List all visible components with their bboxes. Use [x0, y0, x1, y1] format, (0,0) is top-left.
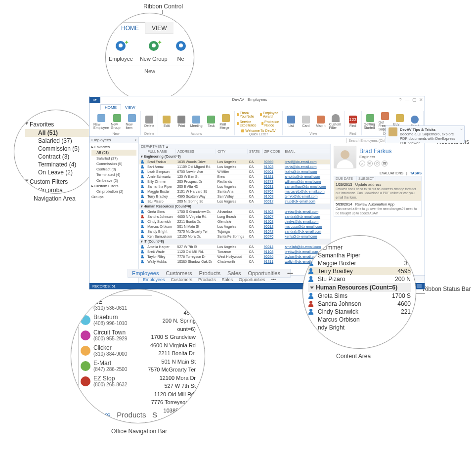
toast-notification[interactable]: DevAV Tips & Tricks Become a UI Superher…	[386, 125, 465, 143]
content-group-row[interactable]: Human Resources (Count=6)	[308, 283, 411, 292]
grid-row[interactable]: Brad Farkus1635 Woods DriveLos AngelesCA…	[139, 160, 330, 165]
content-row[interactable]: Samantha Piper	[308, 251, 411, 259]
customer-item[interactable]: ME(310) 536-0611	[81, 297, 150, 312]
onav-employees[interactable]: Employees	[132, 270, 159, 276]
tab-home[interactable]: HOME	[100, 104, 121, 110]
btn-meeting[interactable]: Meeting	[190, 116, 203, 127]
grid-group-row[interactable]: ▾ Engineering (Count=9)	[139, 154, 330, 160]
nav-favorites[interactable]: Favorites	[25, 121, 97, 128]
grid-row[interactable]: Samantha Piper200 E Alta 43Los AngelesCA…	[139, 184, 330, 189]
btn-print[interactable]: Print	[175, 116, 188, 127]
mobile-icon[interactable]: ☎	[382, 161, 388, 166]
nav-onleave[interactable]: On Leave (2)	[25, 168, 97, 176]
tab-view[interactable]: VIEW	[145, 22, 173, 34]
nav-more[interactable]: •••	[271, 277, 276, 282]
grid-row[interactable]: Arnie Schwartz125 W Elm StBreaCA91821arn…	[139, 174, 330, 179]
nav-all[interactable]: All (51)	[25, 129, 97, 137]
phone-icon[interactable]: ✆	[374, 161, 380, 166]
grid-row[interactable]: Sandy Bright7570 McGroarty TerTujungaCA9…	[139, 229, 330, 234]
content-row[interactable]: Sandra Johnson4600	[308, 300, 411, 308]
mail-icon[interactable]: ✉	[367, 161, 373, 166]
grid-row[interactable]: Terry Bradley4595 Scotten WaySan ValleyC…	[139, 194, 330, 199]
btn-delete[interactable]: Delete	[143, 116, 156, 127]
content-row[interactable]: Stu Pizaro200 N	[308, 275, 411, 283]
quick-letter[interactable]: Thank You Note Employee Award Service Ex…	[237, 111, 280, 132]
customer-item[interactable]: Circuit Town(800) 955-2929	[81, 328, 150, 343]
btn-new-group[interactable]: New Group	[111, 114, 124, 129]
customer-item[interactable]: E-Mart(847) 286-2500	[81, 358, 150, 373]
nav-custom-filters[interactable]: Custom Filters	[25, 178, 97, 185]
btn-find[interactable]: 123Find	[346, 116, 359, 127]
sb-groups[interactable]: Groups	[91, 194, 136, 200]
onz-customers[interactable]: ustomers	[80, 411, 111, 419]
help-button[interactable]: ?	[397, 97, 404, 102]
nav-sales[interactable]: Sales	[222, 277, 233, 282]
btn-edit[interactable]: Edit	[160, 116, 173, 127]
grid-row[interactable]: Stu Pizaro200 N. Spring StLos AngelesCA9…	[139, 199, 330, 204]
grid-row[interactable]: Wally Hobbs10385 Shadow Oak DrChatsworth…	[139, 259, 330, 264]
grid-row[interactable]: Brett Wade1120 Old Mill Rd.TorranceCA911…	[139, 249, 330, 254]
tab-evaluations[interactable]: EVALUATIONS	[380, 171, 403, 175]
grid-row[interactable]: Amelia Harper527 W 7th StLos AngelesCA90…	[139, 245, 330, 249]
task-item[interactable]: 5/28/2014 Review Automation AppCan we se…	[334, 201, 421, 216]
nav-terminated[interactable]: Terminated (4)	[25, 161, 97, 168]
sb-onprobation[interactable]: On probation (2)	[91, 189, 136, 194]
content-row[interactable]: Marcus Orbison	[308, 316, 411, 324]
nav-commission[interactable]: Commission (5)	[25, 145, 97, 153]
sb-all[interactable]: All (51)	[91, 150, 136, 155]
home-icon[interactable]: ⌂	[359, 161, 365, 166]
grid-row[interactable]: Taylor Riley7776 Torreyson DrWest Hollyw…	[139, 254, 330, 259]
employee-grid[interactable]: DEPARTMENT ▲FULL NAMEADDRESSCITYSTATEZIP…	[139, 144, 331, 275]
nav-opportunities[interactable]: Opportunities	[239, 277, 265, 282]
btn-mapit[interactable]: Map It	[314, 116, 327, 127]
sb-contract[interactable]: Contract (3)	[91, 166, 136, 172]
onav-sales[interactable]: Sales	[227, 270, 241, 276]
content-row[interactable]: ndy Bright	[308, 324, 411, 331]
sb-commission[interactable]: Commission (5)	[91, 161, 136, 166]
content-row[interactable]: Terry Bradley4595	[308, 267, 411, 275]
min-button[interactable]: —	[404, 97, 411, 102]
grid-row[interactable]: Greta Sims1700 S Grandview Dr.AlhambraCA…	[139, 209, 330, 214]
onz-products[interactable]: Products	[117, 411, 146, 419]
tab-home[interactable]: HOME	[115, 22, 145, 34]
btn-getting-started[interactable]: Getting Started	[364, 114, 377, 129]
grid-row[interactable]: Marcus Orbison501 N Main StLos AngelesCA…	[139, 224, 330, 229]
grid-group-row[interactable]: ▾ IT (Count=8)	[139, 239, 330, 245]
grid-row[interactable]: Sandra Johnson4600 N Virginia Rd.Long Be…	[139, 214, 330, 219]
nav-customers[interactable]: Customers	[171, 277, 193, 282]
qat-icon[interactable]: ⌂▾	[89, 97, 100, 103]
collapse-icon[interactable]: ‹	[135, 138, 136, 142]
sb-salaried[interactable]: Salaried (37)	[91, 156, 136, 161]
customer-item[interactable]: Clicker(310) 884-9000	[81, 343, 150, 358]
customer-item[interactable]: Braeburn(408) 996-1010	[81, 312, 150, 328]
sb-favorites[interactable]: ▸ Favorites	[91, 144, 136, 150]
grid-row[interactable]: Leah Simpson6755 Newlin AveWhittierCA906…	[139, 169, 330, 174]
grid-row[interactable]: Billy Zimmer205 Prospect DrRedlandsCA923…	[139, 179, 330, 184]
close-button[interactable]: ✕	[418, 97, 425, 102]
btn-mailmerge[interactable]: Mail Merge	[219, 114, 232, 129]
onav-products[interactable]: Products	[199, 270, 220, 276]
sb-terminated[interactable]: Terminated (4)	[91, 172, 136, 177]
content-row[interactable]: Greta Sims1700 S	[308, 292, 411, 300]
onav-opportunities[interactable]: Opportunities	[248, 270, 280, 276]
btn-task[interactable]: Task	[205, 116, 217, 127]
content-row[interactable]: Cindy Stanwick221	[308, 308, 411, 316]
grid-group-row[interactable]: ▾ Human Resources (Count=6)	[139, 204, 330, 209]
onz-s[interactable]: S	[152, 411, 157, 419]
btn-card[interactable]: Card	[300, 116, 312, 127]
nav-employees[interactable]: Employees	[143, 277, 165, 282]
content-row[interactable]: Maggie Boxter31	[308, 259, 411, 267]
nav-onproba[interactable]: On proba	[25, 186, 97, 194]
nav-contract[interactable]: Contract (3)	[25, 153, 97, 161]
sb-custom-filters[interactable]: ▸ Custom Filters	[91, 183, 136, 189]
btn-custom-filter[interactable]: Custom Filter	[329, 114, 342, 129]
grid-row[interactable]: Ken Samuelson12100 Mora Dr.Santa Fe Spri…	[139, 234, 330, 239]
task-item[interactable]: 1/20/2013 Update addressI moved and I ne…	[334, 181, 421, 201]
max-button[interactable]: ▢	[411, 97, 418, 102]
nav-salaried[interactable]: Salaried (37)	[25, 137, 97, 145]
customer-item[interactable]: EZ Stop(800) 265-8632	[81, 373, 150, 389]
toast-close-icon[interactable]: ×	[460, 127, 463, 131]
tab-tasks[interactable]: TASKS	[410, 171, 422, 175]
status-icon[interactable]	[417, 284, 422, 288]
btn-new-employee[interactable]: New Employee	[93, 114, 109, 129]
